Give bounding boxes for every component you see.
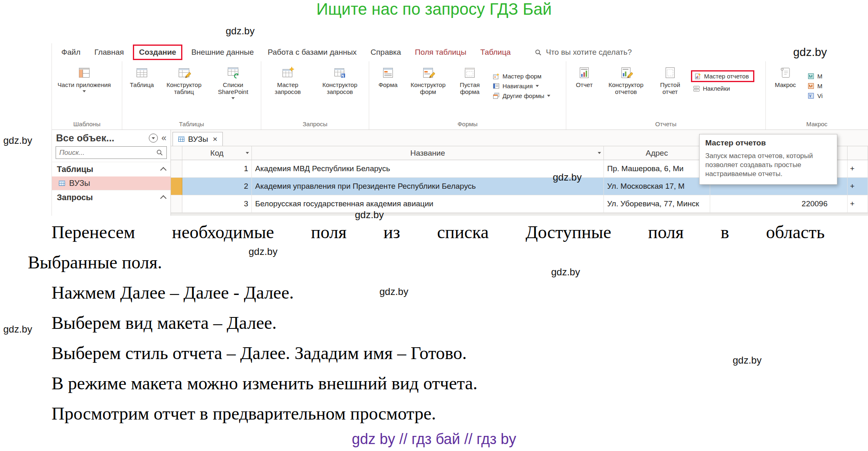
table-tab-vuzy[interactable]: ВУЗы ✕ — [173, 132, 223, 146]
nav-section-queries[interactable]: Запросы — [52, 190, 170, 205]
column-header-label: Адрес — [646, 149, 668, 158]
cell-address[interactable]: Ул. Уборевича, 77, Минск — [604, 195, 710, 213]
document-line: Выбранные поля. — [28, 248, 825, 278]
form-design-button[interactable]: Конструктор форм — [405, 63, 451, 119]
record-selector[interactable] — [171, 195, 182, 213]
cell-code[interactable]: 1 — [182, 160, 252, 178]
nav-item-vuzy[interactable]: ВУЗы — [52, 176, 170, 190]
report-design-button[interactable]: Конструктор отчетов — [601, 63, 651, 119]
table-icon — [135, 66, 149, 79]
datasheet-bottom-strip — [171, 213, 868, 216]
tab-table[interactable]: Таблица — [473, 43, 518, 61]
column-header-phone[interactable] — [848, 146, 868, 160]
cell-phone[interactable]: + — [848, 178, 868, 195]
watermark: gdz.by — [553, 172, 582, 183]
shutter-close-icon[interactable]: « — [161, 134, 166, 143]
cell-code[interactable]: 3 — [182, 195, 252, 213]
ribbon-group-queries: Мастер запросов Конструктор запросов Зап… — [261, 61, 369, 129]
module-icon — [807, 73, 814, 80]
cell-name[interactable]: Белорусская государственная академия ави… — [252, 195, 604, 213]
column-header-name[interactable]: Название — [252, 146, 604, 160]
button-label: Конструктор отчетов — [602, 81, 650, 95]
nav-search-input[interactable]: Поиск... — [56, 146, 167, 159]
cell-phone[interactable]: + — [848, 160, 868, 178]
query-wizard-icon — [281, 66, 295, 79]
record-selector-header — [171, 146, 182, 160]
chevron-down-icon — [547, 95, 550, 97]
close-icon[interactable]: ✕ — [213, 136, 218, 143]
navigation-button[interactable]: Навигация — [493, 83, 550, 89]
report-button[interactable]: Отчет — [568, 63, 601, 119]
table-button[interactable]: Таблица — [124, 63, 160, 119]
cell-code[interactable]: 2 — [182, 178, 252, 195]
column-header-address[interactable]: Адрес — [604, 146, 710, 160]
ribbon-group-forms: Форма Конструктор форм Пустая форма Маст… — [369, 61, 566, 129]
watermark: gdz.by — [793, 46, 827, 59]
cell-name[interactable]: Академия МВД Республики Беларусь — [252, 160, 604, 178]
macro-button[interactable]: Макрос — [767, 63, 803, 119]
class-module-icon — [807, 83, 814, 89]
nav-pane-title: Все объек... — [56, 132, 145, 144]
labels-button[interactable]: Наклейки — [693, 85, 754, 92]
module-button[interactable]: М — [807, 73, 823, 80]
form-icon — [381, 66, 395, 79]
chevron-down-icon — [598, 152, 601, 154]
report-wizard-button[interactable]: Мастер отчетов — [694, 73, 749, 80]
query-wizard-button[interactable]: Мастер запросов — [263, 63, 313, 119]
ribbon-group-templates: Части приложения Шаблоны — [52, 61, 122, 129]
tab-database-tools[interactable]: Работа с базами данных — [261, 43, 364, 61]
table-row[interactable]: 3 Белорусская государственная академия а… — [171, 195, 868, 213]
tab-create[interactable]: Создание — [133, 45, 182, 60]
table-design-button[interactable]: Конструктор таблиц — [160, 63, 208, 119]
group-label: Формы — [369, 119, 566, 129]
record-selector[interactable] — [171, 178, 182, 195]
nav-section-label: Запросы — [57, 193, 93, 202]
report-design-icon — [619, 66, 633, 79]
cell-address[interactable]: Пр. Машерова, 6, Ми — [604, 160, 710, 178]
watermark: gdz.by — [3, 324, 32, 335]
button-label: Конструктор таблиц — [161, 81, 206, 95]
table-object-icon — [178, 136, 185, 143]
button-label: Части приложения — [58, 81, 111, 88]
cell-name[interactable]: Академия управления при Президенте Респу… — [252, 178, 604, 195]
cell-address[interactable]: Ул. Московская 17, М — [604, 178, 710, 195]
record-selector[interactable] — [171, 160, 182, 178]
nav-section-tables[interactable]: Таблицы — [52, 162, 170, 176]
query-design-button[interactable]: Конструктор запросов — [313, 63, 367, 119]
tell-me-search[interactable]: Что вы хотите сделать? — [535, 48, 632, 57]
chevron-down-icon — [231, 97, 235, 99]
nav-menu-icon[interactable] — [149, 134, 158, 143]
chevron-down-icon — [83, 90, 86, 92]
blank-report-button[interactable]: Пустой отчет — [651, 63, 689, 119]
form-wizard-button[interactable]: Мастер форм — [493, 73, 550, 80]
blank-form-button[interactable]: Пустая форма — [451, 63, 489, 119]
class-module-button[interactable]: М — [807, 83, 823, 89]
workspace: Все объек... « Поиск... Таблицы ВУЗы Зап… — [52, 130, 868, 216]
button-label: Конструктор запросов — [314, 81, 366, 95]
app-parts-button[interactable]: Части приложения — [54, 63, 115, 119]
tab-external-data[interactable]: Внешние данные — [184, 43, 261, 61]
document-line: В режиме макета можно изменить внешний в… — [28, 368, 825, 399]
datasheet: ВУЗы ✕ Код Название Адрес — [171, 130, 868, 216]
cell-phone[interactable]: + — [848, 195, 868, 213]
button-label: Мастер отчетов — [704, 73, 749, 80]
tab-file[interactable]: Файл — [54, 43, 87, 61]
more-forms-icon — [493, 92, 500, 99]
column-header-code[interactable]: Код — [182, 146, 252, 160]
more-forms-button[interactable]: Другие формы — [493, 92, 550, 99]
watermark: gdz.by — [733, 355, 762, 366]
forms-small-buttons: Мастер форм Навигация Другие формы — [489, 63, 552, 119]
tab-home[interactable]: Главная — [87, 43, 131, 61]
visual-basic-button[interactable]: Vi — [807, 92, 823, 99]
form-design-icon — [421, 66, 435, 79]
ribbon-group-tables: Таблица Конструктор таблиц Списки ShareP… — [122, 61, 261, 129]
cell-index[interactable]: 220096 — [710, 195, 848, 213]
document-line: Перенесем необходимые поля из списка Дос… — [28, 217, 825, 248]
visual-basic-icon — [807, 92, 814, 99]
sharepoint-lists-button[interactable]: Списки SharePoint — [208, 63, 258, 119]
tab-help[interactable]: Справка — [363, 43, 408, 61]
watermark: gdz.by — [379, 286, 408, 297]
tab-table-fields[interactable]: Поля таблицы — [408, 43, 473, 61]
form-button[interactable]: Форма — [371, 63, 405, 119]
document-line: Просмотрим отчет в предварительном просм… — [28, 399, 825, 429]
